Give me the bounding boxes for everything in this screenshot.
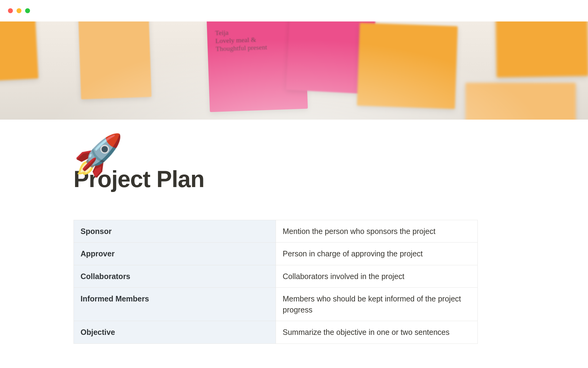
table-label[interactable]: Sponsor (74, 220, 276, 243)
table-label[interactable]: Informed Members (74, 287, 276, 321)
window-minimize-button[interactable] (17, 8, 21, 13)
project-info-table: Sponsor Mention the person who sponsors … (74, 220, 478, 344)
page-icon[interactable]: 🚀 (74, 135, 123, 175)
table-value[interactable]: Members who should be kept informed of t… (276, 287, 478, 321)
page-content: 🚀 Project Plan Sponsor Mention the perso… (74, 166, 478, 344)
table-label[interactable]: Objective (74, 321, 276, 343)
table-row: Approver Person in charge of approving t… (74, 243, 478, 265)
window-close-button[interactable] (8, 8, 13, 13)
table-row: Sponsor Mention the person who sponsors … (74, 220, 478, 243)
table-label[interactable]: Collaborators (74, 265, 276, 287)
table-value[interactable]: Person in charge of approving the projec… (276, 243, 478, 265)
table-row: Informed Members Members who should be k… (74, 287, 478, 321)
table-value[interactable]: Mention the person who sponsors the proj… (276, 220, 478, 243)
table-value[interactable]: Collaborators involved in the project (276, 265, 478, 287)
page-title[interactable]: Project Plan (74, 166, 478, 192)
window-titlebar (0, 0, 588, 21)
table-row: Objective Summarize the objective in one… (74, 321, 478, 343)
page-cover[interactable]: TeijaLovely meal &Thoughtful present (0, 21, 588, 120)
table-label[interactable]: Approver (74, 243, 276, 265)
table-row: Collaborators Collaborators involved in … (74, 265, 478, 287)
table-value[interactable]: Summarize the objective in one or two se… (276, 321, 478, 343)
window-zoom-button[interactable] (25, 8, 30, 13)
